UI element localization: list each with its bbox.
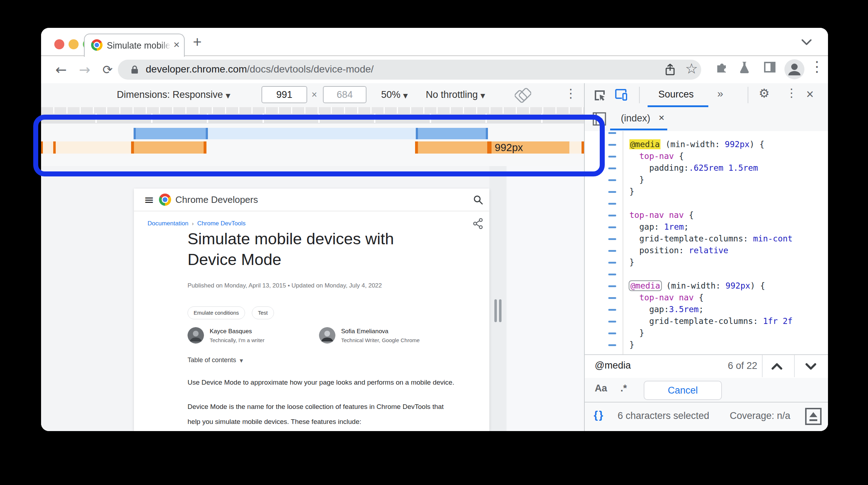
code-line[interactable]: grid-template-columns: min-cont	[585, 233, 828, 245]
gutter-dash-icon	[608, 203, 616, 205]
reload-button[interactable]: ⟳	[103, 62, 113, 77]
more-panels-button[interactable]: »	[717, 88, 723, 100]
code-line[interactable]	[585, 198, 828, 209]
caret-down-icon: ▼	[226, 92, 230, 99]
viewport-width-input[interactable]	[261, 86, 307, 103]
new-tab-button[interactable]: +	[193, 36, 202, 49]
close-devtools-icon[interactable]: ×	[806, 87, 814, 102]
zoom-dropdown[interactable]: 50% ▼	[381, 89, 408, 100]
chrome-developers-logo[interactable]	[159, 194, 171, 206]
side-panel-icon[interactable]	[763, 60, 777, 74]
media-query-bar-orange-light[interactable]	[569, 141, 583, 154]
extensions-puzzle-icon[interactable]	[714, 60, 729, 75]
chip-test[interactable]: Test	[252, 306, 274, 319]
code-line[interactable]: gap: 1rem;	[585, 221, 828, 233]
chip-emulate-conditions[interactable]: Emulate conditions	[188, 306, 245, 319]
media-query-tick[interactable]	[204, 141, 206, 154]
code-line[interactable]: }	[585, 174, 828, 186]
file-tab-close-icon[interactable]: ×	[659, 112, 664, 124]
throttling-dropdown[interactable]: No throttling ▼	[426, 89, 485, 100]
code-line[interactable]: top-nav nav {	[585, 292, 828, 304]
code-editor[interactable]: @media (min-width: 992px) { top-nav { pa…	[585, 131, 828, 354]
media-query-bar-orange[interactable]	[418, 141, 569, 154]
code-line[interactable]: gap:3.5rem;	[585, 304, 828, 315]
cancel-button[interactable]: Cancel	[644, 381, 722, 400]
media-query-bar-blue[interactable]	[418, 128, 486, 139]
gutter-dash-icon	[608, 309, 616, 311]
code-line[interactable]: grid-template-columns: 1fr 2f	[585, 315, 828, 327]
search-query[interactable]: @media	[595, 360, 631, 371]
share-nodes-icon[interactable]	[473, 218, 483, 229]
media-query-bar-blue-light[interactable]	[208, 128, 416, 139]
avatar[interactable]	[188, 327, 204, 344]
breadcrumb-link-devtools[interactable]: Chrome DevTools	[197, 220, 245, 227]
code-line[interactable]: padding:.625rem 1.5rem	[585, 162, 828, 174]
code-line[interactable]: @media (min-width: 992px) {	[585, 139, 828, 150]
code-line[interactable]: }	[585, 186, 828, 198]
file-tab-index[interactable]: (index) ×	[610, 107, 667, 130]
source-code[interactable]: @media (min-width: 992px) { top-nav { pa…	[585, 131, 828, 351]
flask-icon[interactable]	[737, 60, 752, 75]
rotate-viewport-icon[interactable]	[515, 88, 531, 103]
tab-close-icon[interactable]: ×	[173, 39, 180, 51]
traffic-light-close[interactable]	[54, 39, 64, 49]
search-icon[interactable]	[473, 194, 483, 205]
profile-avatar[interactable]	[784, 59, 805, 80]
media-query-bar-blue-edge[interactable]	[486, 128, 488, 139]
code-line[interactable]: }	[585, 256, 828, 268]
browser-tab[interactable]: Simulate mobile devices with D ×	[84, 34, 185, 57]
media-query-breakpoint-tick[interactable]	[487, 141, 492, 154]
viewport-height-input[interactable]	[323, 86, 366, 103]
match-case-toggle[interactable]: Aa	[595, 383, 607, 394]
author-name[interactable]: Sofia Emelianova	[341, 328, 388, 335]
address-bar[interactable]: developer.chrome.com/docs/devtools/devic…	[118, 60, 701, 80]
code-line[interactable]: }	[585, 339, 828, 351]
breadcrumb-link-documentation[interactable]: Documentation	[148, 220, 188, 227]
viewport-resize-gutter[interactable]	[489, 166, 507, 431]
code-line[interactable]: }	[585, 327, 828, 339]
devtools-kebab-icon[interactable]: ⋮	[786, 86, 797, 100]
hamburger-menu-icon[interactable]: ≡	[144, 194, 154, 206]
media-query-tick[interactable]	[415, 141, 418, 154]
device-toolbar-kebab-icon[interactable]: ⋮	[565, 86, 577, 100]
media-query-bar-orange[interactable]	[134, 141, 205, 154]
media-query-tick[interactable]	[131, 141, 134, 154]
url-text[interactable]: developer.chrome.com/docs/devtools/devic…	[146, 64, 374, 75]
media-query-bar-blue[interactable]	[136, 128, 206, 139]
media-query-tick[interactable]	[53, 141, 56, 154]
forward-button[interactable]: →	[79, 62, 90, 78]
media-query-tick[interactable]	[41, 141, 43, 154]
toggle-device-toolbar-icon[interactable]	[615, 88, 630, 102]
code-line[interactable]: top-nav nav {	[585, 209, 828, 221]
avatar[interactable]	[319, 327, 335, 344]
code-line[interactable]: @media (min-width: 992px) {	[585, 280, 828, 292]
search-previous-icon[interactable]	[770, 361, 784, 371]
table-of-contents-toggle[interactable]: Table of contents ▼	[188, 356, 243, 364]
show-drawer-icon[interactable]	[805, 408, 822, 425]
site-name[interactable]: Chrome Developers	[175, 194, 258, 205]
browser-menu-kebab-icon[interactable]: ⋮	[810, 58, 824, 75]
code-line[interactable]	[585, 131, 828, 139]
author-name[interactable]: Kayce Basques	[210, 328, 252, 335]
tab-sources[interactable]: Sources	[658, 89, 694, 100]
code-line[interactable]: top-nav {	[585, 150, 828, 162]
search-next-icon[interactable]	[804, 361, 818, 371]
regex-toggle[interactable]: .*	[620, 383, 627, 394]
show-navigator-icon[interactable]	[593, 112, 606, 126]
bookmark-star-icon[interactable]: ☆	[685, 60, 698, 77]
code-line[interactable]: position: relative	[585, 245, 828, 256]
resize-handle-icon[interactable]	[494, 299, 497, 322]
rendered-page: ≡ Chrome Developers Documentation›Chrome…	[134, 189, 489, 431]
media-query-tick[interactable]	[582, 141, 584, 154]
chevron-down-icon[interactable]	[799, 38, 814, 47]
back-button[interactable]: ←	[55, 62, 67, 78]
code-line[interactable]	[585, 268, 828, 280]
resize-handle-icon[interactable]	[499, 299, 502, 322]
inspect-element-icon[interactable]	[593, 88, 607, 102]
gear-icon[interactable]: ⚙	[759, 86, 769, 100]
share-icon[interactable]	[664, 63, 677, 77]
dimensions-dropdown[interactable]: Dimensions: Responsive ▼	[117, 89, 230, 100]
traffic-light-minimize[interactable]	[69, 39, 79, 49]
pretty-print-button[interactable]: {}	[594, 409, 604, 421]
lock-icon[interactable]	[129, 64, 140, 75]
